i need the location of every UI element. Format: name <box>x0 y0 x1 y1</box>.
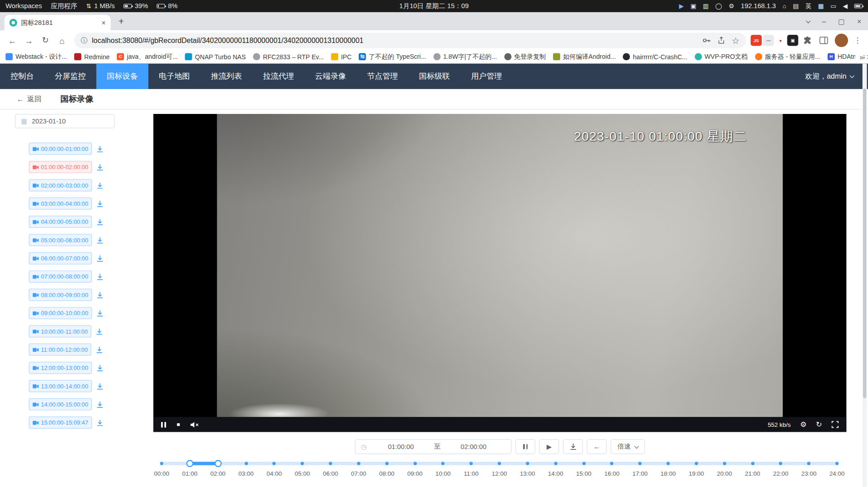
download-segment-button[interactable] <box>96 309 104 317</box>
speed-select[interactable]: 倍速 <box>610 439 645 454</box>
nav-item[interactable]: 用户管理 <box>461 64 513 89</box>
timeline-handle-end[interactable] <box>215 460 222 467</box>
system-clock[interactable]: 1月10日 星期二 15：09 <box>399 1 468 11</box>
bookmark-item[interactable]: Redmine <box>74 53 110 60</box>
download-segment-button[interactable] <box>96 401 104 408</box>
back-icon[interactable]: ← <box>5 33 20 48</box>
site-info-icon[interactable]: ⓘ <box>81 36 88 45</box>
download-segment-button[interactable] <box>96 364 104 371</box>
record-segment-button[interactable]: 07:00:00-08:00:00 <box>29 270 92 283</box>
extension-icon[interactable]: JS <box>751 35 762 46</box>
download-segment-button[interactable] <box>96 273 104 280</box>
nav-item[interactable]: 电子地图 <box>148 64 200 89</box>
extensions-puzzle-icon[interactable] <box>799 33 815 48</box>
end-time-value[interactable]: 02:00:00 <box>442 443 506 450</box>
browser-menu-icon[interactable]: ⋮ <box>851 36 863 45</box>
window-minimize-button[interactable]: – <box>822 17 826 25</box>
extension-icon[interactable]: ⋯ <box>763 35 774 46</box>
pause-button[interactable] <box>515 439 535 454</box>
download-segment-button[interactable] <box>96 163 104 170</box>
timeline-handle-start[interactable] <box>186 460 193 467</box>
rewind-button[interactable]: ← <box>587 439 607 454</box>
bookmark-item[interactable]: 1.8W字|了不起的... <box>433 52 497 61</box>
bookmark-star-icon[interactable]: ☆ <box>732 35 740 46</box>
tools-icon[interactable]: ⚙ <box>729 3 734 9</box>
screencast-icon[interactable]: ▶ <box>679 3 684 9</box>
tab-close-icon[interactable]: × <box>101 19 105 27</box>
player-settings-icon[interactable]: ⚙ <box>800 421 806 429</box>
start-time-value[interactable]: 01:00:00 <box>369 443 433 450</box>
bookmark-item[interactable]: C java、android可... <box>117 52 178 61</box>
record-segment-button[interactable]: 14:00:00-15:00:00 <box>29 398 92 411</box>
url-bar[interactable]: ⓘ localhost:38080/#/gbRecordDetail/34020… <box>74 33 746 48</box>
record-segment-button[interactable]: 12:00:00-13:00:00 <box>29 362 92 374</box>
player-stop-icon[interactable]: ■ <box>176 421 180 427</box>
nav-item[interactable]: 国标级联 <box>409 64 461 89</box>
download-segment-button[interactable] <box>96 419 104 426</box>
nav-item[interactable]: 推流列表 <box>200 64 253 89</box>
record-segment-button[interactable]: 04:00:00-05:00:00 <box>29 216 92 228</box>
page-scrollbar[interactable] <box>863 64 867 487</box>
browser-tab[interactable]: 国标28181 × <box>5 15 111 30</box>
bookmark-item[interactable]: Webstack - 设计... <box>5 52 67 61</box>
scrollbar-thumb[interactable] <box>863 89 866 398</box>
user-menu[interactable]: 欢迎，admin <box>805 64 868 89</box>
extension-icon[interactable]: ▣ <box>787 35 798 46</box>
record-segment-button[interactable]: 15:00:00-15:09:47 <box>29 416 92 429</box>
nav-item[interactable]: 国标设备 <box>96 64 148 89</box>
fullscreen-icon[interactable] <box>831 421 839 428</box>
network-indicator[interactable]: ⇅ 1 MB/s <box>86 2 115 10</box>
secondary-battery-indicator[interactable]: 8% <box>157 2 178 10</box>
home-icon[interactable]: ⌂ <box>782 3 786 9</box>
record-segment-button[interactable]: 09:00:00-10:00:00 <box>29 307 92 319</box>
download-segment-button[interactable] <box>96 145 104 152</box>
date-picker[interactable]: ▦ 2023-01-10 <box>15 114 114 128</box>
home-icon[interactable]: ⌂ <box>54 33 70 48</box>
extension-icon[interactable]: ● <box>775 35 786 46</box>
time-range-input[interactable]: ◷ 01:00:00 至 02:00:00 <box>355 439 511 454</box>
record-segment-button[interactable]: 02:00:00-03:00:00 <box>29 179 92 191</box>
bookmarks-overflow-icon[interactable]: » <box>855 50 864 63</box>
bookmark-item[interactable]: QNAP Turbo NAS <box>185 53 246 60</box>
profile-avatar[interactable] <box>835 34 848 47</box>
side-panel-icon[interactable] <box>816 33 831 48</box>
download-segment-button[interactable] <box>96 255 104 262</box>
bookmark-item[interactable]: 如何编译Android... <box>553 52 616 61</box>
bookmark-item[interactable]: hairrrrr/C-CrashC... <box>623 53 687 60</box>
terminal-icon[interactable]: ▣ <box>691 3 696 9</box>
screenshare-icon[interactable]: ▤ <box>793 3 799 9</box>
window-close-button[interactable]: × <box>857 17 861 25</box>
record-segment-button[interactable]: 01:00:00-02:00:00 <box>29 161 92 173</box>
battery-indicator[interactable]: 39% <box>124 2 148 10</box>
record-segment-button[interactable]: 08:00:00-09:00:00 <box>29 289 92 301</box>
nav-item[interactable]: 分屏监控 <box>44 64 96 89</box>
volume-muted-icon[interactable] <box>191 421 199 428</box>
new-tab-button[interactable]: + <box>114 14 129 29</box>
download-button[interactable] <box>563 439 583 454</box>
download-segment-button[interactable] <box>96 236 104 244</box>
bookmark-item[interactable]: IPC <box>331 53 351 60</box>
record-segment-button[interactable]: 13:00:00-14:00:00 <box>29 380 92 392</box>
forward-icon[interactable]: → <box>21 33 36 48</box>
password-key-icon[interactable] <box>702 36 711 45</box>
record-segment-button[interactable]: 11:00:00-12:00:00 <box>29 344 92 356</box>
bookmark-item[interactable]: RFC2833 – RTP Ev... <box>253 53 324 60</box>
url-text[interactable]: localhost:38080/#/gbRecordDetail/3402000… <box>92 36 697 44</box>
download-segment-button[interactable] <box>96 328 103 335</box>
bookmark-item[interactable]: 知 了不起的 TypeScri... <box>359 52 426 61</box>
nav-item[interactable]: 云端录像 <box>305 64 357 89</box>
input-method-indicator[interactable]: 英 <box>805 3 811 9</box>
display-icon[interactable]: ▭ <box>830 3 836 9</box>
record-segment-button[interactable]: 05:00:00-06:00:00 <box>29 234 92 246</box>
timeline-runway[interactable] <box>162 462 837 465</box>
nav-item[interactable]: 控制台 <box>0 64 44 89</box>
nav-item[interactable]: 拉流代理 <box>253 64 305 89</box>
download-segment-button[interactable] <box>96 218 104 226</box>
circle-indicator-icon[interactable]: ◯ <box>715 3 722 9</box>
workspaces-button[interactable]: Workspaces <box>5 2 42 10</box>
record-segment-button[interactable]: 03:00:00-04:00:00 <box>29 198 92 210</box>
system-battery-icon[interactable] <box>854 4 862 9</box>
bookmark-item[interactable]: WVP-PRO文档 <box>695 52 748 61</box>
keyboard-icon[interactable]: ▦ <box>818 3 824 9</box>
bookmark-item[interactable]: 免登录复制 <box>504 52 546 61</box>
